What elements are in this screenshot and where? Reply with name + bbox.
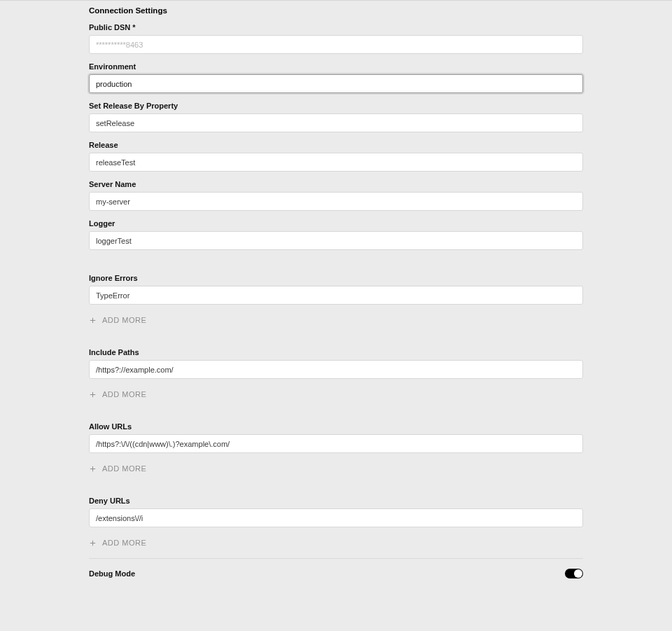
- field-ignore-errors: Ignore Errors: [89, 274, 583, 305]
- server-name-input[interactable]: [89, 192, 583, 211]
- plus-icon: [89, 317, 97, 324]
- field-server-name: Server Name: [89, 180, 583, 211]
- debug-mode-label: Debug Mode: [89, 569, 135, 578]
- deny-urls-input[interactable]: [89, 508, 583, 527]
- add-more-label: ADD MORE: [102, 539, 146, 547]
- field-logger: Logger: [89, 219, 583, 250]
- label-set-release-by-property: Set Release By Property: [89, 102, 583, 110]
- field-set-release-by-property: Set Release By Property: [89, 102, 583, 132]
- label-deny-urls: Deny URLs: [89, 497, 583, 505]
- debug-mode-row: Debug Mode: [89, 566, 583, 578]
- section-title: Connection Settings: [89, 1, 583, 19]
- logger-input[interactable]: [89, 231, 583, 250]
- allow-urls-input[interactable]: [89, 434, 583, 453]
- label-server-name: Server Name: [89, 180, 583, 188]
- field-release: Release: [89, 141, 583, 172]
- plus-icon: [89, 465, 97, 473]
- add-more-label: ADD MORE: [102, 464, 146, 473]
- field-include-paths: Include Paths: [89, 348, 583, 379]
- required-mark: *: [132, 23, 135, 32]
- label-environment: Environment: [89, 62, 583, 71]
- include-paths-input[interactable]: [89, 360, 583, 379]
- toggle-knob: [574, 569, 582, 578]
- debug-mode-toggle[interactable]: [565, 569, 583, 578]
- divider: [89, 558, 583, 559]
- add-more-deny-urls[interactable]: ADD MORE: [89, 539, 146, 547]
- field-public-dsn: Public DSN *: [89, 23, 583, 54]
- set-release-by-property-input[interactable]: [89, 113, 583, 132]
- label-allow-urls: Allow URLs: [89, 422, 583, 431]
- add-more-allow-urls[interactable]: ADD MORE: [89, 464, 146, 473]
- add-more-label: ADD MORE: [102, 316, 146, 324]
- plus-icon: [89, 539, 97, 547]
- field-allow-urls: Allow URLs: [89, 422, 583, 453]
- environment-input[interactable]: [89, 74, 583, 93]
- plus-icon: [89, 391, 97, 398]
- public-dsn-input[interactable]: [89, 35, 583, 54]
- label-text: Public DSN: [89, 23, 130, 32]
- label-release: Release: [89, 141, 583, 149]
- settings-form: Connection Settings Public DSN * Environ…: [0, 0, 672, 606]
- add-more-ignore-errors[interactable]: ADD MORE: [89, 316, 146, 324]
- add-more-label: ADD MORE: [102, 390, 146, 398]
- add-more-include-paths[interactable]: ADD MORE: [89, 390, 146, 398]
- label-ignore-errors: Ignore Errors: [89, 274, 583, 282]
- field-deny-urls: Deny URLs: [89, 497, 583, 527]
- field-environment: Environment: [89, 62, 583, 93]
- label-public-dsn: Public DSN *: [89, 23, 583, 32]
- ignore-errors-input[interactable]: [89, 286, 583, 305]
- label-include-paths: Include Paths: [89, 348, 583, 356]
- label-logger: Logger: [89, 219, 583, 228]
- release-input[interactable]: [89, 153, 583, 172]
